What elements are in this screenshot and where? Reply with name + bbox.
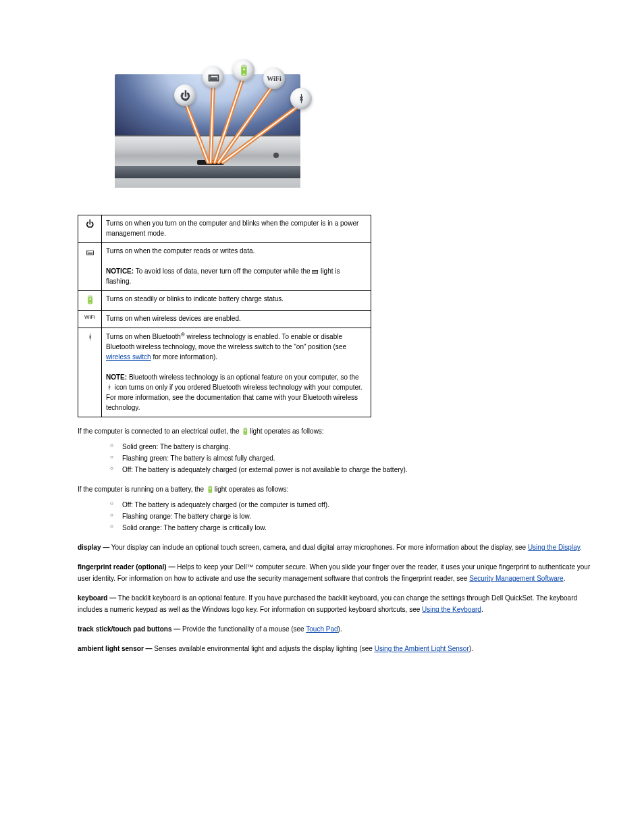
ac-item-2: Flashing green: The battery is almost fu… — [110, 452, 603, 464]
wireless-switch-link[interactable]: wireless switch — [106, 353, 151, 361]
ac-item-3: Off: The battery is adequately charged (… — [110, 464, 603, 475]
row-wifi: WiFi Turns on when wireless devices are … — [78, 311, 371, 328]
drive-icon: 🖴 — [78, 243, 102, 291]
trackstick-para: track stick/touch pad buttons — Provide … — [78, 623, 603, 635]
status-light-table: ⏻ Turns on when you turn on the computer… — [78, 215, 371, 417]
battery-desc: Turns on steadily or blinks to indicate … — [102, 291, 371, 311]
ac-mode-list: Solid green: The battery is charging. Fl… — [110, 441, 603, 475]
inline-battery-icon: 🔋 — [241, 425, 248, 437]
keyboard-para: keyboard — The backlit keyboard is an op… — [78, 592, 603, 615]
page-root: ⏻ 🖴 🔋 WiFi ᚼ ⏻ Turns on when you turn on… — [0, 0, 644, 834]
inline-bluetooth-icon: ᚼ — [106, 382, 113, 392]
using-display-link[interactable]: Using the Display — [528, 544, 580, 551]
callout-lines — [115, 34, 300, 188]
row-power: ⏻ Turns on when you turn on the computer… — [78, 215, 371, 243]
battery-icon: 🔋 — [78, 291, 102, 311]
wifi-icon: WiFi — [78, 311, 102, 328]
battery-mode-intro: If the computer is running on a battery,… — [78, 484, 603, 495]
power-desc: Turns on when you turn on the computer a… — [102, 215, 371, 243]
bubble-power-icon: ⏻ — [174, 84, 196, 106]
bubble-drive-icon: 🖴 — [203, 66, 224, 88]
using-keyboard-link[interactable]: Using the Keyboard — [422, 606, 481, 613]
touch-pad-link[interactable]: Touch Pad — [306, 625, 338, 633]
bat-item-1: Off: The battery is adequately charged (… — [110, 499, 603, 511]
bat-item-3: Solid orange: The battery charge is crit… — [110, 522, 603, 533]
bluetooth-icon: ᚼ — [78, 328, 102, 417]
security-software-link[interactable]: Security Management Software — [469, 575, 564, 582]
ambient-para: ambient light sensor — Senses available … — [78, 643, 603, 654]
bubble-battery-icon: 🔋 — [233, 59, 254, 81]
row-bluetooth: ᚼ Turns on when Bluetooth® wireless tech… — [78, 328, 371, 417]
battery-mode-list: Off: The battery is adequately charged (… — [110, 499, 603, 533]
bubble-wifi-icon: WiFi — [263, 68, 285, 89]
fingerprint-para: fingerprint reader (optional) — Helps to… — [78, 561, 603, 584]
row-battery: 🔋 Turns on steadily or blinks to indicat… — [78, 291, 371, 311]
hinge-illustration: ⏻ 🖴 🔋 WiFi ᚼ — [115, 34, 300, 188]
wifi-desc: Turns on when wireless devices are enabl… — [102, 311, 371, 328]
inline-drive-icon: 🖴 — [312, 266, 319, 276]
drive-desc: Turns on when the computer reads or writ… — [102, 243, 371, 291]
display-para: display — Your display can include an op… — [78, 542, 603, 553]
ac-item-1: Solid green: The battery is charging. — [110, 441, 603, 452]
bubble-bluetooth-icon: ᚼ — [290, 88, 312, 109]
ambient-light-link[interactable]: Using the Ambient Light Sensor — [375, 645, 469, 652]
power-icon: ⏻ — [78, 215, 102, 243]
bluetooth-desc: Turns on when Bluetooth® wireless techno… — [102, 328, 371, 417]
row-drive: 🖴 Turns on when the computer reads or wr… — [78, 243, 371, 291]
bat-item-2: Flashing orange: The battery charge is l… — [110, 511, 603, 522]
inline-battery-icon-2: 🔋 — [206, 484, 213, 495]
ac-mode-intro: If the computer is connected to an elect… — [78, 425, 603, 437]
